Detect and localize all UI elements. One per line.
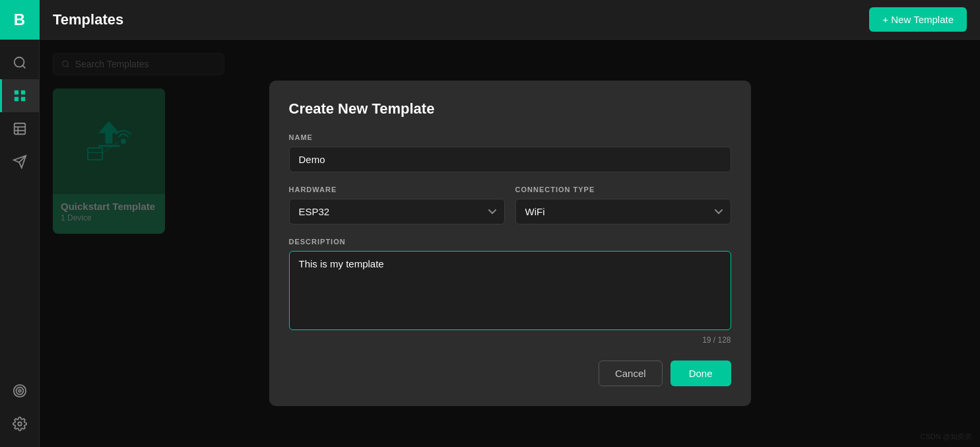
sidebar: B xyxy=(0,0,40,447)
hardware-select[interactable]: ESP32 xyxy=(289,199,505,224)
send-icon xyxy=(13,155,27,169)
svg-line-1 xyxy=(22,65,25,68)
connection-label: CONNECTION TYPE xyxy=(515,186,731,193)
cancel-button[interactable]: Cancel xyxy=(599,361,663,386)
svg-point-15 xyxy=(18,422,22,426)
main-content: Templates + New Template xyxy=(40,0,980,447)
sidebar-nav xyxy=(0,40,39,374)
settings-icon xyxy=(13,417,27,431)
svg-rect-3 xyxy=(20,90,24,94)
connection-select[interactable]: WiFi xyxy=(515,199,731,224)
svg-point-14 xyxy=(18,390,21,392)
hardware-label: HARDWARE xyxy=(289,186,505,193)
char-count: 19 / 128 xyxy=(289,335,731,345)
svg-rect-2 xyxy=(14,90,18,94)
dialog-footer: Cancel Done xyxy=(289,361,731,386)
create-template-dialog: Create New Template NAME HARDWARE ESP32 … xyxy=(269,81,751,406)
grid-icon xyxy=(13,88,27,103)
hardware-connection-row: HARDWARE ESP32 CONNECTION TYPE WiFi xyxy=(289,186,731,238)
page-title: Templates xyxy=(53,11,123,28)
svg-rect-5 xyxy=(20,97,24,101)
new-template-button[interactable]: + New Template xyxy=(869,7,967,32)
dialog-title: Create New Template xyxy=(289,100,731,118)
sidebar-item-send[interactable] xyxy=(0,145,40,178)
search-icon xyxy=(13,55,27,70)
done-button[interactable]: Done xyxy=(670,361,731,386)
connection-form-group: CONNECTION TYPE WiFi xyxy=(515,186,731,224)
sidebar-bottom xyxy=(0,374,40,447)
hardware-form-group: HARDWARE ESP32 xyxy=(289,186,505,224)
sidebar-item-grid[interactable] xyxy=(0,79,40,112)
name-form-group: NAME xyxy=(289,133,731,172)
chart-icon xyxy=(13,121,27,136)
name-label: NAME xyxy=(289,133,731,141)
top-bar: Templates + New Template xyxy=(40,0,980,40)
name-input[interactable] xyxy=(289,147,731,172)
sidebar-item-chart[interactable] xyxy=(0,112,40,145)
target-icon xyxy=(13,384,27,398)
sidebar-item-target[interactable] xyxy=(0,374,40,407)
svg-rect-4 xyxy=(14,97,18,101)
description-form-group: DESCRIPTION This is my template 19 / 128 xyxy=(289,238,731,345)
svg-rect-6 xyxy=(14,123,25,135)
app-logo[interactable]: B xyxy=(0,0,40,40)
description-label: DESCRIPTION xyxy=(289,238,731,246)
modal-overlay[interactable]: Create New Template NAME HARDWARE ESP32 … xyxy=(40,40,980,447)
svg-point-0 xyxy=(14,57,24,67)
sidebar-item-settings[interactable] xyxy=(0,407,40,440)
svg-point-13 xyxy=(16,388,23,395)
sidebar-item-search[interactable] xyxy=(0,46,40,79)
description-textarea[interactable]: This is my template xyxy=(289,251,731,330)
content-area: Quickstart Template 1 Device Create New … xyxy=(40,40,980,447)
